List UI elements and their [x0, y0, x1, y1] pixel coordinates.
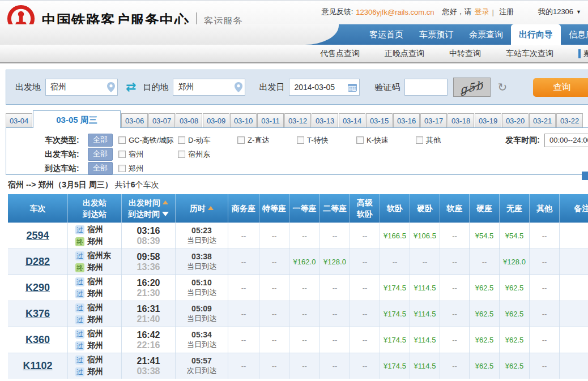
train-type-option[interactable]: T-特快	[297, 135, 356, 145]
col-duration[interactable]: 历时	[176, 194, 228, 222]
checkbox-icon[interactable]	[237, 136, 245, 144]
nav-tab[interactable]: 余票查询	[461, 24, 511, 45]
login-link[interactable]: 登录	[475, 7, 489, 17]
train-type-option[interactable]: Z-直达	[237, 135, 297, 145]
train-number-link[interactable]: K376	[25, 308, 50, 320]
sort-asc-icon[interactable]	[208, 206, 214, 210]
price-business-seat: --	[228, 301, 259, 327]
col-first-class[interactable]: 一等座	[289, 194, 320, 222]
train-type-option[interactable]: 其他	[416, 135, 475, 145]
price-hard-sleeper: ¥114.5	[410, 327, 440, 353]
col-hard-sleeper[interactable]: 硬卧	[410, 194, 440, 222]
arrive-time: 13:36	[137, 262, 160, 272]
subnav-item[interactable]: 车站车次查询	[506, 49, 553, 59]
depart-station-all-button[interactable]: 全部	[88, 148, 113, 161]
date-tab[interactable]: 03-18	[448, 113, 474, 128]
option-label: T-特快	[307, 135, 329, 145]
col-remark[interactable]: 备注	[560, 194, 588, 222]
train-number-link[interactable]: K1102	[23, 360, 52, 372]
date-tab[interactable]: 03-19	[475, 113, 501, 128]
date-tab[interactable]: 03-09	[203, 113, 229, 128]
arrive-station-option[interactable]: 郑州	[118, 164, 178, 174]
captcha-image[interactable]: g5b	[453, 78, 491, 97]
date-tab[interactable]: 03-16	[393, 113, 420, 128]
feedback-email-link[interactable]: 12306yjfk@rails.com.cn	[356, 8, 434, 16]
nav-tab[interactable]: 信息服务	[561, 24, 588, 45]
checkbox-icon[interactable]	[118, 165, 126, 172]
date-tab[interactable]: 03-21	[529, 113, 556, 128]
col-no-seat[interactable]: 无座	[500, 194, 530, 222]
col-times[interactable]: 出发时间 到达时间	[122, 194, 176, 222]
depart-time: 16:42	[137, 330, 160, 340]
price-first-class: --	[289, 301, 320, 327]
register-link[interactable]: 注册	[499, 7, 514, 17]
col-hard-seat[interactable]: 硬座	[470, 194, 500, 222]
location-pin-icon[interactable]	[107, 82, 115, 95]
subnav-item[interactable]: 正晚点查询	[385, 49, 424, 59]
col-train[interactable]: 车次	[8, 194, 68, 222]
subnav-items: 代售点查询 正晚点查询 中转查询 车站车次查询 票价查询	[320, 45, 588, 62]
checkbox-icon[interactable]	[178, 151, 185, 158]
nav-tab[interactable]: 客运首页	[361, 24, 411, 45]
col-stations[interactable]: 出发站到达站	[68, 194, 122, 222]
train-number-link[interactable]: K290	[25, 282, 50, 294]
train-type-all-button[interactable]: 全部	[88, 134, 113, 147]
date-tab[interactable]: 03-04	[6, 113, 32, 128]
nav-tab[interactable]: 出行向导	[511, 24, 561, 45]
train-number-link[interactable]: K360	[25, 334, 50, 346]
depart-station-option[interactable]: 宿州	[118, 149, 178, 160]
date-tab[interactable]: 03-20	[502, 113, 529, 128]
date-tab[interactable]: 03-07	[148, 113, 175, 128]
col-deluxe-sleeper[interactable]: 高级软卧	[350, 194, 380, 222]
checkbox-icon[interactable]	[118, 151, 126, 158]
checkbox-icon[interactable]	[118, 136, 126, 144]
calendar-icon[interactable]	[348, 83, 357, 94]
checkbox-icon[interactable]	[178, 136, 185, 144]
date-tab[interactable]: 03-10	[230, 113, 257, 128]
checkbox-icon[interactable]	[416, 136, 423, 144]
subnav-item[interactable]: 票价查询	[578, 49, 588, 59]
date-tab[interactable]: 03-22	[556, 113, 583, 128]
date-tab[interactable]: 03-11	[257, 113, 284, 128]
train-type-option[interactable]: GC-高铁/城际	[118, 135, 178, 145]
checkbox-icon[interactable]	[356, 136, 364, 144]
date-tab[interactable]: 03-17	[420, 113, 447, 128]
train-number-link[interactable]: 2594	[26, 230, 49, 242]
checkbox-icon[interactable]	[297, 136, 304, 144]
location-pin-icon[interactable]	[235, 82, 242, 95]
captcha-input[interactable]	[404, 79, 448, 96]
subnav-item[interactable]: 代售点查询	[320, 49, 360, 59]
arrive-station-all-button[interactable]: 全部	[88, 162, 113, 175]
subnav-item[interactable]: 中转查询	[449, 49, 481, 59]
col-soft-sleeper[interactable]: 软卧	[380, 194, 410, 222]
train-type-option[interactable]: K-快速	[356, 135, 416, 145]
col-other[interactable]: 其他	[530, 194, 560, 222]
nav-tab[interactable]: 车票预订	[411, 24, 461, 45]
my-account-menu[interactable]: 我的12306 ▼	[535, 7, 581, 17]
train-type-option[interactable]: D-动车	[178, 135, 237, 145]
col-premium-seat[interactable]: 特等座	[259, 194, 289, 222]
price-hard-sleeper: --	[410, 249, 440, 275]
date-tab[interactable]: 03-12	[284, 113, 311, 128]
col-soft-seat[interactable]: 软座	[440, 194, 470, 222]
query-button[interactable]: 查询	[533, 78, 588, 97]
date-tab[interactable]: 03-08	[176, 113, 202, 128]
sort-desc-icon[interactable]	[162, 212, 169, 216]
depart-time-select[interactable]: 00:00--24:00	[544, 134, 588, 147]
depart-station-option[interactable]: 宿州东	[178, 149, 237, 160]
date-tab[interactable]: 03-06	[121, 113, 148, 128]
price-soft-seat: --	[440, 275, 470, 301]
price-soft-seat: --	[440, 249, 470, 275]
date-tab[interactable]: 03-05 周三	[33, 110, 121, 128]
date-tab[interactable]: 03-15	[366, 113, 393, 128]
col-second-class[interactable]: 二等座	[320, 194, 350, 222]
train-number-link[interactable]: D282	[25, 256, 50, 268]
date-tab[interactable]: 03-14	[339, 113, 365, 128]
swap-stations-icon[interactable]: ⇄	[126, 80, 136, 95]
scrollbar-thumb[interactable]	[582, 172, 588, 180]
arrival-day: 当日到达	[187, 288, 216, 298]
sort-asc-icon[interactable]	[163, 200, 168, 204]
col-business-seat[interactable]: 商务座	[228, 194, 259, 222]
date-tab[interactable]: 03-13	[312, 113, 338, 128]
refresh-captcha-icon[interactable]: ↻	[497, 80, 507, 94]
